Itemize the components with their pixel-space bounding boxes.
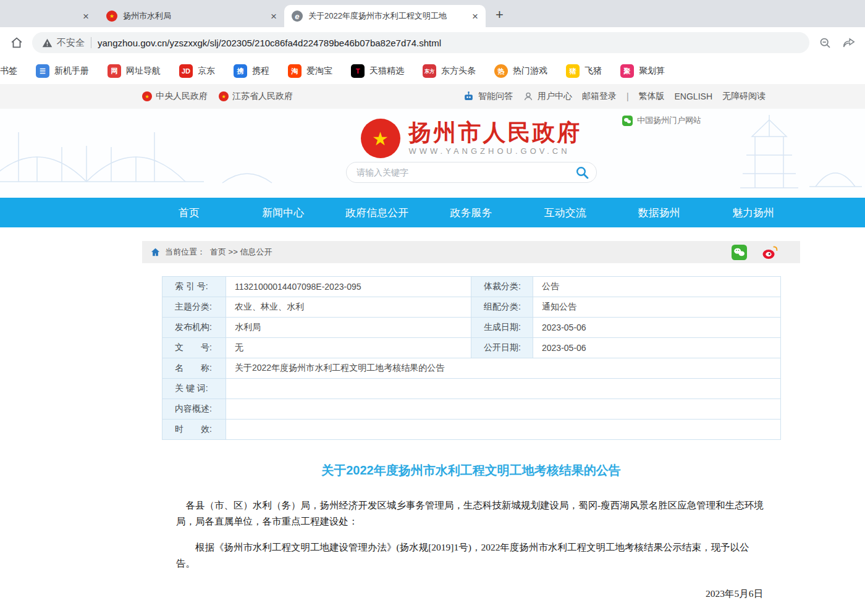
- meta-label: 生成日期:: [471, 318, 533, 338]
- document-meta-table: 索 引 号: 11321000014407098E-2023-095 体裁分类:…: [162, 276, 781, 440]
- new-tab-button[interactable]: +: [486, 2, 513, 27]
- breadcrumb-label: 当前位置：: [165, 247, 205, 258]
- search-icon[interactable]: [573, 163, 591, 182]
- article-paragraph: 根据《扬州市水利工程文明工地建设管理办法》(扬水规[2019]1号)，2022年…: [176, 539, 766, 572]
- bookmark-ji-shuqian[interactable]: 机书签: [0, 65, 17, 77]
- bookmark-jd[interactable]: JD 京东: [179, 64, 215, 78]
- meta-value: 11321000014407098E-2023-095: [226, 277, 471, 297]
- nav-charming-yangzhou[interactable]: 魅力扬州: [706, 206, 800, 220]
- gov-emblem-favicon-icon: ★: [106, 11, 117, 22]
- fliggy-pig-icon: 猪: [566, 64, 580, 78]
- breadcrumb-path[interactable]: 首页 >> 信息公开: [210, 247, 272, 258]
- bookmark-tmall[interactable]: T 天猫精选: [351, 64, 404, 78]
- table-row: 发布机构: 水利局 生成日期: 2023-05-06: [162, 318, 781, 338]
- juhuasuan-icon: 聚: [620, 64, 634, 78]
- article-paragraph: 各县（市、区）水利（务）局，扬州经济开发区城乡事务管理局，生态科技新城规划建设局…: [176, 497, 766, 530]
- zoom-out-icon[interactable]: [817, 36, 833, 49]
- security-chip[interactable]: 不安全: [42, 37, 85, 49]
- link-central-government[interactable]: ★ 中央人民政府: [142, 91, 208, 102]
- table-row: 索 引 号: 11321000014407098E-2023-095 体裁分类:…: [162, 277, 781, 297]
- bookmark-xinji-shouce[interactable]: ☰ 新机手册: [36, 64, 89, 78]
- site-domain: WWW.YANGZHOU.GOV.CN: [409, 146, 582, 156]
- link-traditional-chinese[interactable]: 繁体版: [639, 91, 665, 102]
- meta-value: [226, 420, 781, 440]
- meta-label: 名 称:: [162, 358, 226, 379]
- tab-yangzhou-water-bureau[interactable]: ★ 扬州市水利局 ×: [99, 5, 284, 27]
- meta-label: 体裁分类:: [471, 277, 533, 297]
- gov-emblem-icon: ★: [142, 91, 152, 101]
- nav-data-yangzhou[interactable]: 数据扬州: [612, 206, 706, 220]
- link-mail-login[interactable]: 邮箱登录: [582, 91, 617, 102]
- link-smart-qa[interactable]: 智能问答: [463, 91, 513, 103]
- meta-value: 水利局: [226, 318, 471, 338]
- close-icon[interactable]: ×: [271, 11, 277, 22]
- site-name: 扬州市人民政府: [409, 121, 582, 145]
- close-icon[interactable]: ×: [83, 11, 89, 22]
- link-accessibility[interactable]: 无障碍阅读: [722, 91, 766, 102]
- meta-value: 通知公告: [533, 297, 781, 318]
- browser-tab-bar: × ★ 扬州市水利局 × e 关于2022年度扬州市水利工程文明工地 × +: [0, 0, 865, 27]
- tab-announcement-active[interactable]: e 关于2022年度扬州市水利工程文明工地 ×: [284, 5, 486, 27]
- site-logo[interactable]: ★ 扬州市人民政府 WWW.YANGZHOU.GOV.CN: [361, 119, 582, 158]
- browser-logo-favicon-icon: e: [292, 11, 303, 22]
- wechat-icon: [622, 116, 633, 126]
- home-icon[interactable]: [9, 36, 25, 49]
- meta-value: 农业、林业、水利: [226, 297, 471, 318]
- bookmark-fliggy[interactable]: 猪 飞猪: [566, 64, 602, 78]
- tab-partial[interactable]: ×: [73, 5, 99, 27]
- meta-label: 发布机构:: [162, 318, 226, 338]
- bookmark-juhuasuan[interactable]: 聚 聚划算: [620, 64, 665, 78]
- games-icon: 热: [494, 64, 508, 78]
- table-row: 主题分类: 农业、林业、水利 组配分类: 通知公告: [162, 297, 781, 318]
- meta-label: 组配分类:: [471, 297, 533, 318]
- manual-icon: ☰: [36, 64, 49, 78]
- bookmark-remen-youxi[interactable]: 热 热门游戏: [494, 64, 547, 78]
- meta-label: 关 键 词:: [162, 379, 226, 399]
- weibo-share-icon[interactable]: [762, 245, 778, 259]
- close-icon[interactable]: ×: [472, 11, 478, 22]
- jd-icon: JD: [179, 64, 193, 78]
- nav-site-icon: 网: [108, 64, 121, 78]
- bookmarks-bar: 机书签 ☰ 新机手册 网 网址导航 JD 京东 携 携程 淘 爱淘宝 T 天猫精…: [0, 58, 865, 84]
- link-english[interactable]: ENGLISH: [675, 91, 712, 101]
- link-user-center[interactable]: 用户中心: [523, 91, 572, 102]
- nav-news-center[interactable]: 新闻中心: [236, 206, 330, 220]
- nav-interaction[interactable]: 互动交流: [518, 206, 612, 220]
- home-icon: [151, 248, 160, 256]
- table-row: 内容概述:: [162, 399, 781, 420]
- security-label: 不安全: [57, 37, 85, 49]
- divider: |: [627, 91, 629, 101]
- nav-home[interactable]: 首页: [142, 206, 236, 220]
- wechat-share-icon[interactable]: [732, 245, 747, 260]
- table-row: 关 键 词:: [162, 379, 781, 399]
- meta-label: 公开日期:: [471, 338, 533, 358]
- meta-value: 无: [226, 338, 471, 358]
- bookmark-dongfang-toutiao[interactable]: 东方 东方头条: [423, 64, 476, 78]
- gov-top-bar: ★ 中央人民政府 ★ 江苏省人民政府 智能问答 用户中心 邮箱登录 | 繁体版 …: [0, 84, 865, 109]
- warning-icon: [42, 38, 53, 48]
- search-input[interactable]: [357, 167, 573, 177]
- meta-value: 2023-05-06: [533, 338, 781, 358]
- national-emblem-icon: ★: [361, 119, 400, 158]
- meta-label: 主题分类:: [162, 297, 226, 318]
- breadcrumb: 当前位置： 首页 >> 信息公开: [142, 241, 800, 263]
- bookmark-ctrip[interactable]: 携 携程: [234, 64, 269, 78]
- meta-label: 时 效:: [162, 420, 226, 440]
- address-bar[interactable]: 不安全 yangzhou.gov.cn/yzszxxgk/slj/202305/…: [32, 32, 809, 53]
- portal-link[interactable]: 中国扬州门户网站: [622, 115, 701, 126]
- main-nav: 首页 新闻中心 政府信息公开 政务服务 互动交流 数据扬州 魅力扬州: [0, 198, 865, 227]
- link-jiangsu-government[interactable]: ★ 江苏省人民政府: [219, 91, 293, 102]
- bookmark-wangzhi-daohang[interactable]: 网 网址导航: [108, 64, 161, 78]
- ctrip-dolphin-icon: 携: [234, 64, 247, 78]
- nav-gov-info-disclosure[interactable]: 政府信息公开: [330, 206, 424, 220]
- meta-value: 公告: [533, 277, 781, 297]
- meta-label: 内容概述:: [162, 399, 226, 420]
- meta-value: [226, 379, 781, 399]
- user-icon: [523, 91, 534, 102]
- taobao-icon: 淘: [288, 64, 302, 78]
- article-date: 2023年5月6日: [142, 588, 763, 601]
- bookmark-aitaobao[interactable]: 淘 爱淘宝: [288, 64, 332, 78]
- nav-gov-services[interactable]: 政务服务: [424, 206, 518, 220]
- article-title: 关于2022年度扬州市水利工程文明工地考核结果的公告: [142, 462, 800, 479]
- share-icon[interactable]: [840, 36, 856, 49]
